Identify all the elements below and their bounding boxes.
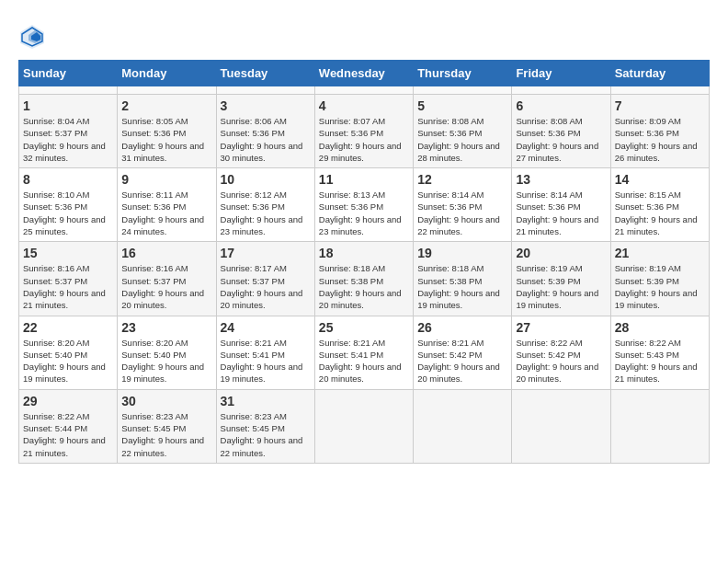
day-number: 27: [516, 320, 606, 335]
calendar-cell: [610, 389, 709, 463]
calendar-cell: 21Sunrise: 8:19 AMSunset: 5:39 PMDayligh…: [610, 242, 709, 316]
calendar-cell: [118, 86, 216, 95]
day-info: Sunrise: 8:07 AMSunset: 5:36 PMDaylight:…: [319, 115, 409, 164]
calendar-cell: 6Sunrise: 8:08 AMSunset: 5:36 PMDaylight…: [512, 95, 610, 168]
day-number: 25: [319, 320, 409, 335]
calendar-cell: 13Sunrise: 8:14 AMSunset: 5:36 PMDayligh…: [512, 168, 610, 242]
calendar-cell: 4Sunrise: 8:07 AMSunset: 5:36 PMDaylight…: [314, 95, 413, 168]
calendar-cell: 23Sunrise: 8:20 AMSunset: 5:40 PMDayligh…: [118, 316, 216, 389]
day-number: 28: [615, 320, 705, 335]
weekday-header: Saturday: [610, 61, 709, 86]
calendar-cell: 27Sunrise: 8:22 AMSunset: 5:42 PMDayligh…: [512, 316, 610, 389]
day-info: Sunrise: 8:06 AMSunset: 5:36 PMDaylight:…: [221, 115, 311, 164]
day-info: Sunrise: 8:20 AMSunset: 5:40 PMDaylight:…: [23, 337, 113, 385]
day-info: Sunrise: 8:14 AMSunset: 5:36 PMDaylight:…: [417, 189, 507, 237]
calendar-cell: 24Sunrise: 8:21 AMSunset: 5:41 PMDayligh…: [216, 316, 314, 389]
calendar-row: 8Sunrise: 8:10 AMSunset: 5:36 PMDaylight…: [19, 168, 710, 242]
day-number: 26: [417, 320, 507, 335]
calendar-cell: 20Sunrise: 8:19 AMSunset: 5:39 PMDayligh…: [512, 242, 610, 316]
calendar-cell: 1Sunrise: 8:04 AMSunset: 5:37 PMDaylight…: [19, 95, 118, 168]
day-info: Sunrise: 8:22 AMSunset: 5:44 PMDaylight:…: [23, 410, 113, 459]
day-number: 29: [23, 394, 113, 408]
calendar-cell: 2Sunrise: 8:05 AMSunset: 5:36 PMDaylight…: [118, 95, 216, 168]
day-number: 22: [23, 320, 113, 335]
day-info: Sunrise: 8:14 AMSunset: 5:36 PMDaylight:…: [516, 189, 606, 237]
day-number: 23: [121, 320, 211, 335]
day-info: Sunrise: 8:22 AMSunset: 5:43 PMDaylight:…: [615, 337, 705, 385]
day-info: Sunrise: 8:19 AMSunset: 5:39 PMDaylight:…: [516, 262, 606, 311]
day-info: Sunrise: 8:08 AMSunset: 5:36 PMDaylight:…: [516, 115, 606, 164]
day-number: 1: [23, 98, 113, 113]
calendar-cell: 15Sunrise: 8:16 AMSunset: 5:37 PMDayligh…: [19, 242, 118, 316]
logo-icon: [18, 23, 46, 51]
calendar-row: [19, 86, 710, 95]
calendar-cell: 17Sunrise: 8:17 AMSunset: 5:37 PMDayligh…: [216, 242, 314, 316]
calendar-cell: 9Sunrise: 8:11 AMSunset: 5:36 PMDaylight…: [118, 168, 216, 242]
page-header: [18, 18, 710, 51]
calendar-cell: [314, 86, 413, 95]
day-number: 8: [23, 172, 113, 187]
weekday-header: Sunday: [19, 61, 118, 86]
calendar-cell: 12Sunrise: 8:14 AMSunset: 5:36 PMDayligh…: [414, 168, 512, 242]
day-info: Sunrise: 8:18 AMSunset: 5:38 PMDaylight:…: [319, 262, 409, 311]
calendar-cell: 31Sunrise: 8:23 AMSunset: 5:45 PMDayligh…: [216, 389, 314, 463]
day-info: Sunrise: 8:09 AMSunset: 5:36 PMDaylight:…: [615, 115, 705, 164]
day-number: 19: [417, 246, 507, 260]
day-info: Sunrise: 8:23 AMSunset: 5:45 PMDaylight:…: [221, 410, 311, 459]
day-number: 5: [417, 98, 507, 113]
header-row: SundayMondayTuesdayWednesdayThursdayFrid…: [19, 61, 710, 86]
calendar-cell: 25Sunrise: 8:21 AMSunset: 5:41 PMDayligh…: [314, 316, 413, 389]
day-number: 18: [319, 246, 409, 260]
weekday-header: Monday: [118, 61, 216, 86]
calendar-cell: 3Sunrise: 8:06 AMSunset: 5:36 PMDaylight…: [216, 95, 314, 168]
calendar-cell: [414, 389, 512, 463]
day-info: Sunrise: 8:05 AMSunset: 5:36 PMDaylight:…: [121, 115, 211, 164]
calendar-body: 1Sunrise: 8:04 AMSunset: 5:37 PMDaylight…: [19, 86, 710, 464]
day-info: Sunrise: 8:21 AMSunset: 5:42 PMDaylight:…: [417, 337, 507, 385]
day-number: 17: [221, 246, 311, 260]
day-info: Sunrise: 8:08 AMSunset: 5:36 PMDaylight:…: [417, 115, 507, 164]
day-number: 11: [319, 172, 409, 187]
day-number: 31: [221, 394, 311, 408]
day-number: 9: [121, 172, 211, 187]
calendar-header: SundayMondayTuesdayWednesdayThursdayFrid…: [19, 61, 710, 86]
day-number: 2: [121, 98, 211, 113]
day-info: Sunrise: 8:22 AMSunset: 5:42 PMDaylight:…: [516, 337, 606, 385]
day-info: Sunrise: 8:16 AMSunset: 5:37 PMDaylight:…: [121, 262, 211, 311]
calendar-cell: 29Sunrise: 8:22 AMSunset: 5:44 PMDayligh…: [19, 389, 118, 463]
calendar-cell: 14Sunrise: 8:15 AMSunset: 5:36 PMDayligh…: [610, 168, 709, 242]
calendar-cell: [19, 86, 118, 95]
calendar-row: 15Sunrise: 8:16 AMSunset: 5:37 PMDayligh…: [19, 242, 710, 316]
day-number: 30: [121, 394, 211, 408]
weekday-header: Friday: [512, 61, 610, 86]
day-number: 15: [23, 246, 113, 260]
weekday-header: Tuesday: [216, 61, 314, 86]
day-number: 10: [221, 172, 311, 187]
calendar-cell: 11Sunrise: 8:13 AMSunset: 5:36 PMDayligh…: [314, 168, 413, 242]
calendar-cell: 26Sunrise: 8:21 AMSunset: 5:42 PMDayligh…: [414, 316, 512, 389]
calendar-cell: 28Sunrise: 8:22 AMSunset: 5:43 PMDayligh…: [610, 316, 709, 389]
calendar-cell: 16Sunrise: 8:16 AMSunset: 5:37 PMDayligh…: [118, 242, 216, 316]
calendar-cell: 22Sunrise: 8:20 AMSunset: 5:40 PMDayligh…: [19, 316, 118, 389]
logo: [18, 23, 50, 51]
day-number: 24: [221, 320, 311, 335]
day-info: Sunrise: 8:19 AMSunset: 5:39 PMDaylight:…: [615, 262, 705, 311]
calendar-cell: [216, 86, 314, 95]
calendar-cell: 7Sunrise: 8:09 AMSunset: 5:36 PMDaylight…: [610, 95, 709, 168]
calendar-cell: 10Sunrise: 8:12 AMSunset: 5:36 PMDayligh…: [216, 168, 314, 242]
day-number: 3: [221, 98, 311, 113]
calendar-cell: 30Sunrise: 8:23 AMSunset: 5:45 PMDayligh…: [118, 389, 216, 463]
day-number: 12: [417, 172, 507, 187]
day-info: Sunrise: 8:23 AMSunset: 5:45 PMDaylight:…: [121, 410, 211, 459]
calendar-table: SundayMondayTuesdayWednesdayThursdayFrid…: [18, 60, 710, 464]
day-info: Sunrise: 8:12 AMSunset: 5:36 PMDaylight:…: [221, 189, 311, 237]
day-number: 4: [319, 98, 409, 113]
calendar-row: 22Sunrise: 8:20 AMSunset: 5:40 PMDayligh…: [19, 316, 710, 389]
day-info: Sunrise: 8:17 AMSunset: 5:37 PMDaylight:…: [221, 262, 311, 311]
day-info: Sunrise: 8:11 AMSunset: 5:36 PMDaylight:…: [121, 189, 211, 237]
day-number: 13: [516, 172, 606, 187]
calendar-cell: [512, 389, 610, 463]
calendar-cell: 5Sunrise: 8:08 AMSunset: 5:36 PMDaylight…: [414, 95, 512, 168]
calendar-cell: [314, 389, 413, 463]
day-info: Sunrise: 8:04 AMSunset: 5:37 PMDaylight:…: [23, 115, 113, 164]
